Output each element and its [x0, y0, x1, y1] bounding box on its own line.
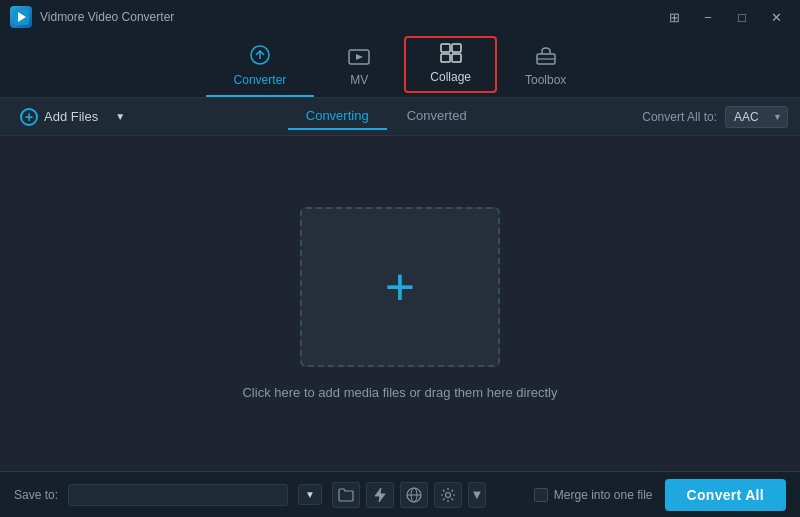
flash-icon-button[interactable] — [366, 482, 394, 508]
title-bar-controls: ⊞ − □ ✕ — [660, 7, 790, 27]
bottom-bar: Save to: ▼ ▼ — [0, 471, 800, 517]
globe-icon-button[interactable] — [400, 482, 428, 508]
converted-tab[interactable]: Converted — [389, 103, 485, 130]
tab-mv-label: MV — [350, 73, 368, 87]
plus-icon: + — [385, 261, 415, 313]
app-logo — [10, 6, 32, 28]
toolbar-right: Convert All to: AAC MP3 MP4 AVI MKV MOV … — [642, 106, 788, 128]
merge-checkbox-wrapper[interactable]: Merge into one file — [534, 488, 653, 502]
tab-collage-label: Collage — [430, 70, 471, 84]
svg-rect-8 — [452, 54, 461, 62]
bottom-icons: ▼ — [332, 482, 524, 508]
toolbox-icon — [535, 46, 557, 69]
folder-icon-button[interactable] — [332, 482, 360, 508]
converting-tab[interactable]: Converting — [288, 103, 387, 130]
add-files-label: Add Files — [44, 109, 98, 124]
svg-rect-5 — [441, 44, 450, 52]
format-dropdown[interactable]: AAC MP3 MP4 AVI MKV MOV WAV FLAC — [725, 106, 788, 128]
toolbar: + Add Files ▼ Converting Converted Conve… — [0, 98, 800, 136]
title-bar-left: Vidmore Video Converter — [10, 6, 174, 28]
close-button[interactable]: ✕ — [762, 7, 790, 27]
settings-icon-button[interactable] — [434, 482, 462, 508]
tab-mv[interactable]: MV — [314, 40, 404, 97]
drop-zone-label: Click here to add media files or drag th… — [242, 385, 557, 400]
svg-marker-11 — [375, 488, 385, 502]
tab-toolbox-label: Toolbox — [525, 73, 566, 87]
svg-rect-7 — [441, 54, 450, 62]
converter-icon — [249, 44, 271, 69]
drop-zone[interactable]: + — [300, 207, 500, 367]
merge-checkbox[interactable] — [534, 488, 548, 502]
settings-dropdown-button[interactable]: ▼ — [468, 482, 486, 508]
format-select-wrapper: AAC MP3 MP4 AVI MKV MOV WAV FLAC — [725, 106, 788, 128]
convert-all-to-label: Convert All to: — [642, 110, 717, 124]
title-bar: Vidmore Video Converter ⊞ − □ ✕ — [0, 0, 800, 34]
convert-all-button[interactable]: Convert All — [665, 479, 786, 511]
maximize-button[interactable]: □ — [728, 7, 756, 27]
tab-converter-label: Converter — [234, 73, 287, 87]
title-bar-title: Vidmore Video Converter — [40, 10, 174, 24]
toolbar-left: + Add Files ▼ — [12, 104, 130, 130]
main-content: + Click here to add media files or drag … — [0, 136, 800, 471]
save-to-label: Save to: — [14, 488, 58, 502]
toolbar-center: Converting Converted — [288, 103, 485, 130]
add-files-dropdown-button[interactable]: ▼ — [110, 107, 130, 126]
add-files-circle-icon: + — [20, 108, 38, 126]
minimize-button[interactable]: − — [694, 7, 722, 27]
save-path-input[interactable] — [68, 484, 288, 506]
svg-rect-6 — [452, 44, 461, 52]
bottom-right: Merge into one file Convert All — [534, 479, 786, 511]
tab-collage[interactable]: Collage — [404, 36, 497, 93]
collage-icon — [440, 43, 462, 66]
svg-point-15 — [445, 492, 450, 497]
tab-converter[interactable]: Converter — [206, 36, 315, 97]
add-files-button[interactable]: + Add Files — [12, 104, 106, 130]
nav-tabs: Converter MV Collage — [0, 34, 800, 98]
save-path-dropdown-button[interactable]: ▼ — [298, 484, 322, 505]
mv-icon — [348, 48, 370, 69]
settings-titlebar-button[interactable]: ⊞ — [660, 7, 688, 27]
tab-toolbox[interactable]: Toolbox — [497, 38, 594, 97]
merge-label: Merge into one file — [554, 488, 653, 502]
